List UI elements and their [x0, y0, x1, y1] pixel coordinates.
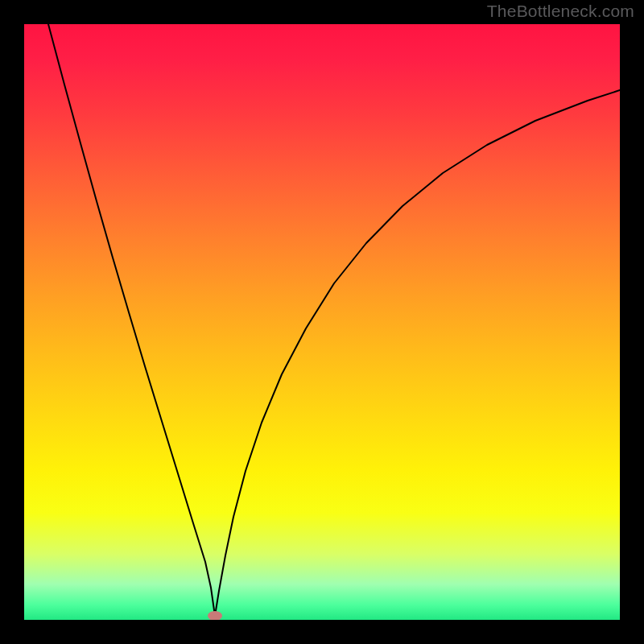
- plot-area: [24, 24, 620, 620]
- bottleneck-point-marker: [208, 611, 222, 620]
- chart-frame: TheBottleneck.com: [0, 0, 644, 644]
- curve-layer: [24, 24, 620, 620]
- watermark-text: TheBottleneck.com: [487, 2, 634, 21]
- bottleneck-curve: [48, 24, 620, 616]
